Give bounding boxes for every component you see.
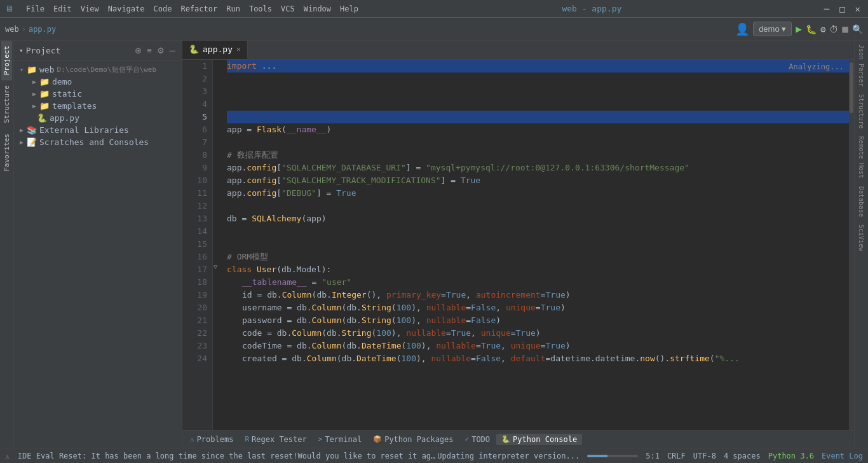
run-button[interactable]: ▶ xyxy=(796,23,802,35)
right-sidebar-structure[interactable]: Structure xyxy=(857,90,866,132)
todo-icon: ✓ xyxy=(465,435,470,443)
editor-area: 🐍 app.py ✕ 1 2 3 4 5 6 7 8 9 10 11 12 13 xyxy=(182,41,854,448)
progress-bar xyxy=(587,455,638,457)
code-line-19: id = db.Column(db.Integer(), primary_key… xyxy=(227,289,849,301)
tree-item-scratches[interactable]: ▶ 📝 Scratches and Consoles xyxy=(14,136,182,148)
menu-edit[interactable]: Edit xyxy=(50,3,76,15)
status-line-ending[interactable]: CRLF xyxy=(667,452,686,460)
menu-code[interactable]: Code xyxy=(150,3,176,15)
packages-icon: 📦 xyxy=(373,435,382,443)
bottom-tab-python-console[interactable]: 🐍 Python Console xyxy=(496,434,582,445)
panel-settings-btn[interactable]: ⚙ xyxy=(156,45,166,57)
code-line-13: db = SQLAlchemy(app) xyxy=(227,212,849,225)
line-numbers: 1 2 3 4 5 6 7 8 9 10 11 12 13 14 15 16 1… xyxy=(182,60,213,430)
title-bar-controls: ─ □ ✕ xyxy=(822,4,863,14)
breadcrumb-sep: › xyxy=(22,25,26,34)
tree-templates-name: templates xyxy=(52,101,97,111)
sidebar-item-project[interactable]: Project xyxy=(1,41,12,80)
fold-marker-17[interactable]: ▽ xyxy=(214,263,217,270)
editor-tab-apppy[interactable]: 🐍 app.py ✕ xyxy=(182,41,248,59)
tree-root-path: D:\code\Demo\短信平台\web xyxy=(57,65,156,74)
code-line-4 xyxy=(227,98,849,111)
right-sidebar-sciview[interactable]: SciView xyxy=(857,221,866,255)
line-num-9: 9 xyxy=(182,162,212,174)
status-python[interactable]: Python 3.6 xyxy=(768,452,814,460)
status-encoding[interactable]: UTF-8 xyxy=(693,452,716,460)
user-icon[interactable]: 👤 xyxy=(735,22,749,36)
bottom-tab-terminal[interactable]: > Terminal xyxy=(313,434,367,445)
line-num-14: 14 xyxy=(182,225,212,238)
breadcrumb-web[interactable]: web xyxy=(5,25,19,34)
python-console-icon: 🐍 xyxy=(501,435,510,443)
progress-fill xyxy=(587,455,607,457)
bottom-tab-problems[interactable]: ⚠ Problems xyxy=(185,434,238,445)
menu-refactor[interactable]: Refactor xyxy=(177,3,221,15)
bottom-tab-regex[interactable]: R Regex Tester xyxy=(240,434,311,445)
code-line-15 xyxy=(227,238,849,251)
search-icon[interactable]: 🔍 xyxy=(852,24,863,34)
regex-icon: R xyxy=(245,435,249,443)
tree-item-templates[interactable]: ▶ 📁 templates xyxy=(14,100,182,112)
tab-close-icon[interactable]: ✕ xyxy=(236,45,241,53)
todo-label: TODO xyxy=(471,435,490,444)
tree-item-static[interactable]: ▶ 📁 static xyxy=(14,88,182,100)
menu-navigate[interactable]: Navigate xyxy=(104,3,149,15)
status-position[interactable]: 5:1 xyxy=(646,452,660,460)
line-num-11: 11 xyxy=(182,187,212,200)
tree-item-demo[interactable]: ▶ 📁 demo xyxy=(14,76,182,88)
scrollbar-thumb[interactable] xyxy=(850,62,853,113)
right-sidebar-database[interactable]: Database xyxy=(857,183,866,221)
panel-locate-btn[interactable]: ⊕ xyxy=(133,45,143,57)
right-sidebar-remote-host[interactable]: Remote Host xyxy=(857,132,866,182)
menu-help[interactable]: Help xyxy=(336,3,362,15)
coverage-button[interactable]: ⚙ xyxy=(820,24,825,34)
menu-tools[interactable]: Tools xyxy=(245,3,276,15)
maximize-button[interactable]: □ xyxy=(837,4,847,14)
problems-icon: ⚠ xyxy=(190,435,194,443)
vertical-scrollbar[interactable] xyxy=(849,60,854,430)
stop-button[interactable]: ■ xyxy=(842,23,848,35)
demo-button[interactable]: demo ▾ xyxy=(753,22,792,36)
right-sidebar-json-parser[interactable]: Json Parser xyxy=(857,41,866,90)
tree-item-external[interactable]: ▶ 📚 External Libraries xyxy=(14,124,182,136)
panel-close-btn[interactable]: ─ xyxy=(168,45,177,57)
close-button[interactable]: ✕ xyxy=(853,4,863,14)
code-line-10: app.config["SQLALCHEMY_TRACK_MODIFICATIO… xyxy=(227,174,849,187)
main-toolbar: web › app.py 👤 demo ▾ ▶ 🐛 ⚙ ⏱ ■ 🔍 xyxy=(0,18,868,41)
line-num-12: 12 xyxy=(182,200,212,212)
status-indent[interactable]: 4 spaces xyxy=(724,452,761,460)
warning-icon: ⚠ xyxy=(5,452,10,460)
status-updating: Updating interpreter version... xyxy=(437,452,580,460)
tree-item-root[interactable]: ▾ 📁 web D:\code\Demo\短信平台\web xyxy=(14,64,182,76)
code-line-20: username = db.Column(db.String(100), nul… xyxy=(227,301,849,314)
code-line-16: # ORM模型 xyxy=(227,251,849,263)
status-message-text[interactable]: IDE Eval Reset: It has been a long time … xyxy=(18,452,437,460)
code-line-1: import ... xyxy=(227,60,849,73)
menu-window[interactable]: Window xyxy=(300,3,335,15)
panel-collapse-btn[interactable]: ≡ xyxy=(146,45,153,57)
status-event-log[interactable]: Event Log xyxy=(822,452,863,460)
code-line-7 xyxy=(227,136,849,149)
tree-item-apppy[interactable]: 🐍 app.py xyxy=(14,112,182,124)
menu-run[interactable]: Run xyxy=(222,3,244,15)
sidebar-item-favorites[interactable]: Favorites xyxy=(1,128,12,177)
profile-button[interactable]: ⏱ xyxy=(829,24,838,34)
title-bar: 🖥 File Edit View Navigate Code Refactor … xyxy=(0,0,868,18)
bottom-tabs: ⚠ Problems R Regex Tester > Terminal 📦 P… xyxy=(182,430,854,448)
line-num-3: 3 xyxy=(182,85,212,98)
code-editor[interactable]: 1 2 3 4 5 6 7 8 9 10 11 12 13 14 15 16 1… xyxy=(182,60,854,430)
menu-bar: File Edit View Navigate Code Refactor Ru… xyxy=(22,3,362,15)
code-content[interactable]: Analyzing... import ... app = Flask(__na… xyxy=(222,60,849,430)
menu-file[interactable]: File xyxy=(22,3,48,15)
sidebar-item-structure[interactable]: Structure xyxy=(1,80,12,128)
breadcrumb-file[interactable]: app.py xyxy=(29,25,56,34)
code-line-17: class User(db.Model): xyxy=(227,263,849,276)
menu-vcs[interactable]: VCS xyxy=(277,3,299,15)
debug-button[interactable]: 🐛 xyxy=(806,24,817,34)
bottom-tab-packages[interactable]: 📦 Python Packages xyxy=(368,434,458,445)
bottom-tab-todo[interactable]: ✓ TODO xyxy=(460,434,496,445)
menu-view[interactable]: View xyxy=(77,3,103,15)
minimize-button[interactable]: ─ xyxy=(822,4,832,14)
code-line-5 xyxy=(227,111,849,123)
tree-apppy-name: app.py xyxy=(50,113,79,123)
